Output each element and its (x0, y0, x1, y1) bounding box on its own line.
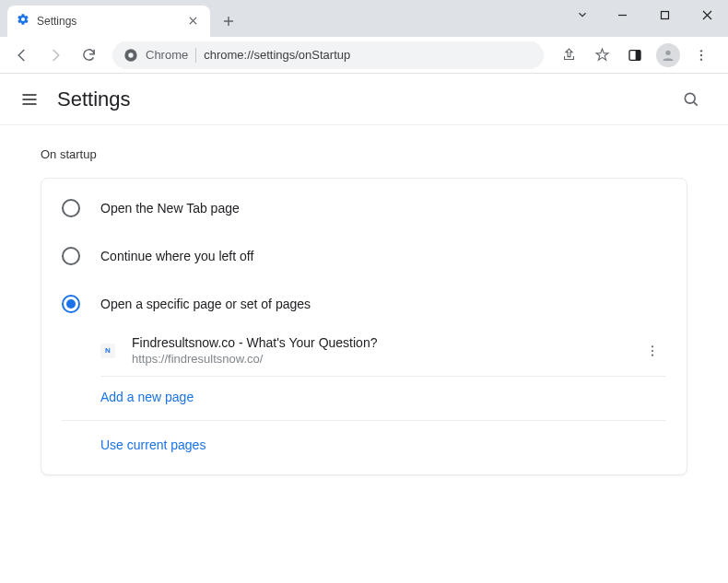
svg-rect-4 (636, 50, 640, 60)
settings-content: On startup Open the New Tab page Continu… (0, 125, 728, 475)
window-titlebar: Settings (0, 0, 728, 37)
url-scheme-label: Chrome (146, 48, 188, 62)
page-text: Findresultsnow.co - What's Your Question… (132, 335, 639, 366)
option-label: Continue where you left off (100, 249, 253, 263)
tab-title: Settings (37, 15, 185, 28)
settings-header: Settings (0, 74, 728, 125)
side-panel-icon[interactable] (619, 41, 651, 70)
window-controls (564, 0, 728, 29)
use-current-link[interactable]: Use current pages (100, 437, 205, 452)
radio-icon[interactable] (62, 199, 80, 217)
browser-menu-icon[interactable] (686, 41, 717, 70)
svg-point-8 (700, 58, 702, 60)
maximize-button[interactable] (643, 0, 686, 29)
page-title: Settings (57, 87, 673, 111)
svg-point-6 (700, 50, 702, 52)
close-tab-icon[interactable] (185, 12, 201, 30)
bookmark-star-icon[interactable] (586, 41, 617, 70)
add-page-row[interactable]: Add a new page (41, 373, 687, 421)
svg-point-10 (652, 345, 653, 347)
chevron-down-icon[interactable] (564, 8, 601, 21)
startup-page-row: N Findresultsnow.co - What's Your Questi… (41, 328, 687, 373)
use-current-row[interactable]: Use current pages (41, 421, 687, 469)
toolbar-right-icons (553, 41, 721, 70)
url-separator (195, 48, 196, 63)
svg-point-12 (652, 354, 653, 356)
option-label: Open a specific page or set of pages (100, 297, 311, 311)
browser-tab[interactable]: Settings (7, 6, 210, 37)
site-info-icon[interactable] (123, 48, 138, 63)
close-window-button[interactable] (686, 0, 728, 29)
option-label: Open the New Tab page (100, 201, 240, 216)
url-text: chrome://settings/onStartup (204, 48, 350, 62)
svg-rect-0 (661, 11, 668, 18)
search-icon[interactable] (673, 81, 710, 118)
page-favicon: N (100, 344, 115, 358)
svg-point-5 (665, 50, 670, 54)
page-row-url: https://findresultsnow.co/ (132, 352, 639, 366)
gear-icon (17, 13, 29, 29)
menu-icon[interactable] (18, 88, 41, 111)
option-new-tab[interactable]: Open the New Tab page (41, 184, 687, 232)
browser-toolbar: Chrome chrome://settings/onStartup (0, 37, 728, 74)
option-continue[interactable]: Continue where you left off (41, 232, 687, 280)
page-more-icon[interactable] (639, 344, 666, 358)
page-row-title: Findresultsnow.co - What's Your Question… (132, 335, 639, 350)
on-startup-card: Open the New Tab page Continue where you… (41, 178, 687, 475)
profile-avatar[interactable] (652, 41, 684, 70)
radio-icon[interactable] (62, 247, 80, 265)
add-page-link[interactable]: Add a new page (100, 390, 194, 404)
svg-point-11 (652, 349, 653, 351)
new-tab-button[interactable] (216, 8, 241, 34)
reload-button[interactable] (74, 41, 103, 70)
radio-icon[interactable] (62, 295, 80, 313)
minimize-button[interactable] (601, 0, 643, 29)
svg-point-9 (685, 93, 695, 103)
section-title: On startup (41, 147, 97, 161)
address-bar[interactable]: Chrome chrome://settings/onStartup (112, 41, 544, 69)
svg-point-2 (128, 52, 133, 57)
option-specific-pages[interactable]: Open a specific page or set of pages (41, 280, 687, 328)
forward-button[interactable] (41, 41, 70, 70)
svg-point-7 (700, 53, 702, 55)
share-icon[interactable] (553, 41, 584, 70)
back-button[interactable] (7, 41, 37, 70)
